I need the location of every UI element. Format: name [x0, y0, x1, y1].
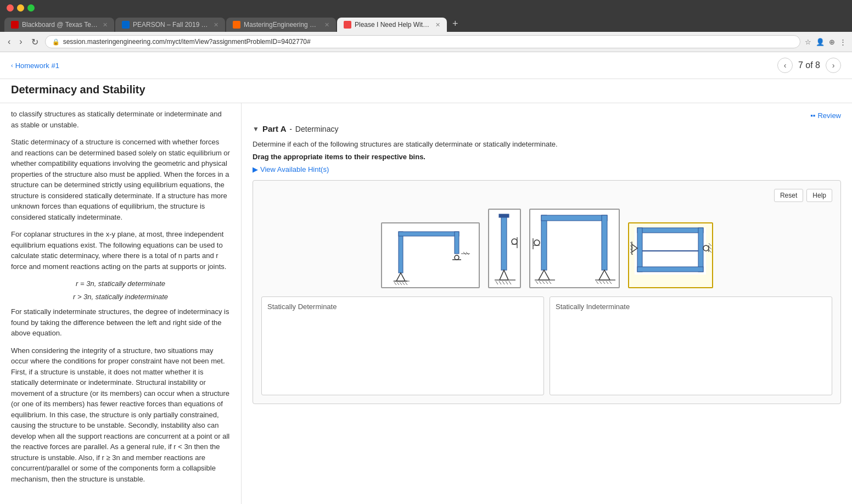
address-input[interactable]: 🔒 session.masteringengineering.com/myct/… [45, 35, 800, 48]
profile-icon[interactable]: 👤 [816, 38, 825, 46]
svg-line-43 [603, 281, 605, 284]
tab-close-help[interactable]: ✕ [435, 21, 440, 29]
prev-problem-button[interactable]: ‹ [777, 58, 793, 73]
main-layout: to classify structures as statically det… [0, 103, 852, 504]
reset-button[interactable]: Reset [774, 189, 803, 202]
svg-marker-33 [599, 270, 610, 280]
next-problem-button[interactable]: › [826, 58, 841, 73]
structure-2[interactable] [488, 209, 521, 288]
equation-1: r = 3n, statically determinate [11, 278, 230, 289]
tab-favicon-pearson [122, 21, 130, 29]
tab-favicon-blackboard [11, 21, 19, 29]
svg-marker-32 [539, 270, 550, 280]
svg-rect-17 [501, 215, 507, 270]
breadcrumb-label: Homework #1 [15, 61, 59, 70]
review-icon: ▪▪ [810, 111, 815, 120]
back-button[interactable]: ‹ [5, 36, 13, 48]
forward-button[interactable]: › [17, 36, 24, 48]
structure-4[interactable] [628, 222, 713, 288]
tabs-bar: Blackboard @ Texas Tech Univ... ✕ PEARSO… [0, 16, 852, 32]
left-panel: to classify structures as statically det… [0, 103, 242, 504]
svg-line-41 [596, 281, 598, 284]
tab-pearson[interactable]: PEARSON – Fall 2019 TTU – St... ✕ [115, 18, 225, 32]
svg-rect-29 [541, 215, 547, 270]
drop-zone-indeterminate[interactable]: Statically Indeterminate [550, 296, 832, 395]
drop-zone-determinate[interactable]: Statically Determinate [261, 296, 544, 395]
svg-line-23 [502, 281, 505, 284]
structure-3[interactable] [529, 209, 620, 288]
page-nav: ‹ Homework #1 ‹ 7 of 8 › [0, 52, 852, 79]
tab-label-pearson: PEARSON – Fall 2019 TTU – St... [133, 21, 210, 29]
close-button[interactable] [7, 4, 14, 12]
drop-zone-label-determinate: Statically Determinate [267, 303, 538, 311]
tab-label-help: Please I Need Help With This ... [355, 21, 432, 29]
svg-line-44 [606, 281, 608, 284]
drop-zones: Statically Determinate Statically Indete… [261, 296, 832, 395]
equation-2: r > 3n, statically indeterminate [11, 292, 230, 303]
browser-titlebar [0, 0, 852, 16]
svg-marker-19 [500, 270, 508, 280]
tab-favicon-help [344, 21, 351, 29]
left-text-5: When considering the integrity of a stru… [11, 345, 230, 485]
svg-rect-51 [637, 228, 642, 272]
menu-icon[interactable]: ⋮ [839, 38, 847, 46]
svg-line-22 [499, 281, 501, 284]
svg-line-45 [609, 281, 612, 284]
svg-line-39 [546, 281, 548, 284]
left-text-1: to classify structures as statically det… [11, 109, 230, 130]
tab-close-mastering[interactable]: ✕ [324, 21, 329, 29]
svg-line-14 [405, 282, 407, 285]
drag-area-header: Reset Help [261, 189, 832, 202]
svg-rect-1 [399, 232, 403, 273]
equation-block: r = 3n, statically determinate r > 3n, s… [11, 278, 230, 302]
address-bar: ‹ › ↻ 🔒 session.masteringengineering.com… [0, 32, 852, 52]
traffic-lights [7, 4, 35, 12]
svg-line-42 [599, 281, 602, 284]
tab-mastering[interactable]: MasteringEngineering Masterin... ✕ [226, 18, 336, 32]
part-header: ▼ Part A - Determinacy [253, 124, 841, 133]
breadcrumb[interactable]: ‹ Homework #1 [11, 61, 59, 70]
toolbar-right: ☆ 👤 ⊕ ⋮ [805, 38, 847, 46]
help-button[interactable]: Help [806, 189, 832, 202]
tab-help[interactable]: Please I Need Help With This ... ✕ [337, 18, 447, 32]
drag-area: Reset Help [253, 180, 841, 404]
svg-line-12 [400, 282, 402, 285]
svg-rect-50 [637, 228, 703, 233]
tab-close-pearson[interactable]: ✕ [214, 21, 218, 29]
refresh-button[interactable]: ↻ [29, 36, 41, 48]
hint-label: View Available Hint(s) [260, 165, 329, 173]
svg-line-37 [539, 281, 541, 284]
tab-blackboard[interactable]: Blackboard @ Texas Tech Univ... ✕ [4, 18, 114, 32]
star-icon[interactable]: ☆ [805, 38, 811, 46]
problem-text: Determine if each of the following struc… [253, 140, 841, 148]
url-text: session.masteringengineering.com/myct/it… [63, 38, 311, 46]
review-row: ▪▪ Review [253, 111, 841, 120]
svg-line-10 [394, 282, 396, 285]
tab-close-blackboard[interactable]: ✕ [103, 21, 108, 29]
svg-line-13 [402, 282, 405, 285]
extension-icon[interactable]: ⊕ [829, 38, 835, 46]
svg-rect-3 [455, 232, 459, 254]
new-tab-button[interactable]: + [448, 16, 463, 32]
svg-rect-2 [399, 232, 459, 236]
right-panel: ▪▪ Review ▼ Part A - Determinacy Determi… [242, 103, 852, 504]
minimize-button[interactable] [17, 4, 24, 12]
svg-line-40 [549, 281, 551, 284]
review-button[interactable]: ▪▪ Review [810, 111, 841, 120]
svg-rect-31 [602, 215, 607, 270]
page-title-section: Determinacy and Stability [0, 79, 852, 103]
svg-rect-30 [541, 215, 607, 221]
drop-zone-label-indeterminate: Statically Indeterminate [556, 303, 826, 311]
part-arrow[interactable]: ▼ [253, 125, 259, 133]
part-dash: - [290, 125, 292, 133]
structure-1[interactable] [381, 222, 480, 288]
page-content: ‹ Homework #1 ‹ 7 of 8 › Determinacy and… [0, 52, 852, 504]
tab-favicon-mastering [233, 21, 240, 29]
svg-point-26 [512, 239, 517, 244]
hint-link[interactable]: ▶ View Available Hint(s) [253, 165, 841, 173]
maximize-button[interactable] [27, 4, 35, 12]
svg-rect-18 [499, 214, 509, 217]
breadcrumb-back-icon: ‹ [11, 62, 13, 69]
svg-line-38 [542, 281, 545, 284]
problem-instruction: Drag the appropriate items to their resp… [253, 153, 841, 161]
